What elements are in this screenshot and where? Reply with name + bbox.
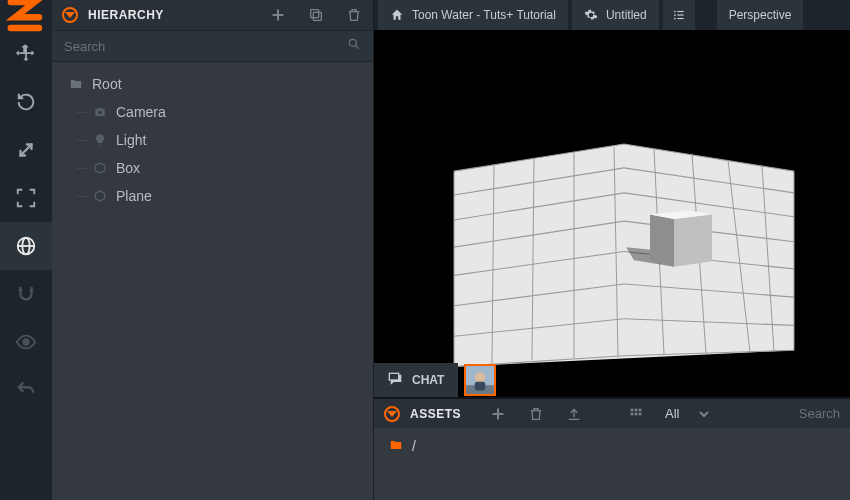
visibility-tool-icon[interactable] [0, 318, 52, 366]
user-avatar[interactable] [464, 364, 496, 396]
svg-point-47 [475, 372, 486, 383]
folder-icon [68, 76, 84, 92]
svg-marker-41 [674, 215, 712, 267]
svg-marker-13 [454, 144, 794, 367]
assets-filter-select[interactable]: All [665, 406, 679, 421]
hierarchy-title: HIERARCHY [88, 8, 249, 22]
tree-label: Light [116, 132, 146, 148]
svg-point-2 [23, 339, 29, 345]
svg-marker-42 [650, 215, 674, 267]
tree-label: Plane [116, 188, 152, 204]
assets-title: ASSETS [410, 407, 461, 421]
svg-point-6 [98, 111, 102, 115]
delete-entity-icon[interactable] [345, 6, 363, 24]
hierarchy-search-input[interactable] [64, 39, 347, 54]
delete-asset-icon[interactable] [527, 405, 545, 423]
folder-icon[interactable] [388, 438, 404, 455]
scene-canvas [374, 30, 850, 397]
assets-header: ASSETS All [374, 398, 850, 428]
svg-rect-8 [677, 11, 683, 12]
hierarchy-search [52, 30, 373, 62]
svg-rect-48 [475, 382, 486, 391]
svg-rect-51 [639, 408, 642, 411]
tool-rail [0, 0, 52, 500]
tree-node-plane[interactable]: Plane [60, 182, 365, 210]
svg-rect-50 [635, 408, 638, 411]
chat-label: CHAT [412, 373, 444, 387]
world-space-icon[interactable] [0, 222, 52, 270]
duplicate-entity-icon[interactable] [307, 6, 325, 24]
assets-search-input[interactable] [787, 406, 840, 421]
svg-rect-12 [677, 18, 683, 19]
scene-name: Untitled [606, 8, 647, 22]
svg-rect-10 [677, 14, 683, 15]
svg-point-11 [674, 18, 676, 20]
viewport-3d[interactable]: CHAT [374, 30, 850, 397]
svg-point-9 [674, 14, 676, 16]
svg-rect-4 [311, 10, 319, 18]
tree-node-light[interactable]: Light [60, 126, 365, 154]
camera-icon [92, 104, 108, 120]
chevron-down-icon[interactable] [695, 405, 713, 423]
undo-tool-icon[interactable] [0, 366, 52, 414]
camera-mode-button[interactable]: Perspective [717, 0, 804, 30]
app-logo-icon[interactable] [0, 0, 52, 30]
add-asset-icon[interactable] [489, 405, 507, 423]
rotate-tool-icon[interactable] [0, 78, 52, 126]
translate-tool-icon[interactable] [0, 30, 52, 78]
svg-rect-52 [631, 412, 634, 415]
chat-icon [388, 372, 404, 388]
cube-icon [92, 188, 108, 204]
camera-mode-label: Perspective [729, 8, 792, 22]
tree-label: Box [116, 160, 140, 176]
project-name: Toon Water - Tuts+ Tutorial [412, 8, 556, 22]
project-home-button[interactable]: Toon Water - Tuts+ Tutorial [378, 0, 568, 30]
svg-rect-44 [389, 373, 398, 380]
tree-node-box[interactable]: Box [60, 154, 365, 182]
upload-asset-icon[interactable] [565, 405, 583, 423]
assets-panel: ASSETS All / [374, 397, 850, 500]
svg-rect-49 [631, 408, 634, 411]
svg-rect-3 [313, 12, 321, 20]
snap-tool-icon[interactable] [0, 270, 52, 318]
svg-point-7 [674, 11, 676, 13]
viewport-topbar: Toon Water - Tuts+ Tutorial Untitled Per… [374, 0, 850, 30]
hierarchy-panel: HIERARCHY Root Camera [52, 0, 374, 500]
tree-label: Root [92, 76, 122, 92]
tree-label: Camera [116, 104, 166, 120]
light-icon [92, 132, 108, 148]
assets-breadcrumb[interactable]: / [412, 438, 416, 454]
panel-toggle-icon[interactable] [384, 406, 400, 422]
scene-list-icon[interactable] [663, 0, 695, 30]
assets-breadcrumb-row: / [374, 428, 850, 500]
cube-icon [92, 160, 108, 176]
svg-rect-54 [639, 412, 642, 415]
search-icon [347, 37, 361, 55]
grid-view-icon[interactable] [627, 405, 645, 423]
chat-button[interactable]: CHAT [374, 363, 458, 397]
tree-node-root[interactable]: Root [60, 70, 365, 98]
hierarchy-header: HIERARCHY [52, 0, 373, 30]
svg-point-5 [349, 39, 356, 46]
svg-rect-53 [635, 412, 638, 415]
scale-tool-icon[interactable] [0, 126, 52, 174]
panel-toggle-icon[interactable] [62, 7, 78, 23]
tree-node-camera[interactable]: Camera [60, 98, 365, 126]
add-entity-icon[interactable] [269, 6, 287, 24]
resize-tool-icon[interactable] [0, 174, 52, 222]
scene-settings-button[interactable]: Untitled [572, 0, 659, 30]
hierarchy-tree: Root Camera Light Box Plane [52, 62, 373, 500]
